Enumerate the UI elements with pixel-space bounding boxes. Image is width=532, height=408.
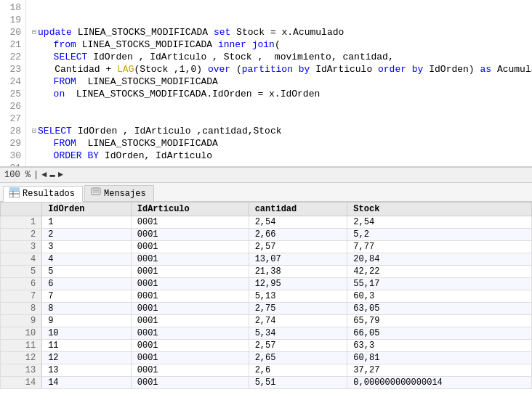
tab-mensajes[interactable]: Mensajes bbox=[84, 185, 154, 201]
cell-idorden: 3 bbox=[42, 241, 132, 253]
code-line bbox=[32, 1, 532, 14]
table-row[interactable]: 141400015,510,000000000000014 bbox=[1, 377, 532, 389]
cell-stock: 60,81 bbox=[347, 352, 532, 364]
cell-idarticulo: 0001 bbox=[131, 290, 249, 303]
code-line: on LINEA_STOCKS_MODIFICADA.IdOrden = x.I… bbox=[32, 88, 532, 100]
cell-idarticulo: 0001 bbox=[131, 266, 249, 278]
scroll-indicator: ▬ bbox=[49, 170, 55, 180]
cell-idorden: 4 bbox=[42, 253, 132, 266]
table-row[interactable]: 8800012,7563,05 bbox=[1, 303, 532, 315]
table-row[interactable]: 131300012,637,27 bbox=[1, 364, 532, 377]
table-row[interactable]: 101000015,3466,05 bbox=[1, 327, 532, 340]
cell-idarticulo: 0001 bbox=[131, 340, 249, 352]
code-editor: 181920212223242526272829303132 ⊟update L… bbox=[0, 0, 532, 167]
row-number: 1 bbox=[1, 216, 42, 229]
cell-cantidad: 2,65 bbox=[249, 352, 347, 364]
table-row[interactable]: 2200012,665,2 bbox=[1, 229, 532, 241]
cell-stock: 42,22 bbox=[347, 266, 532, 278]
cell-idarticulo: 0001 bbox=[131, 352, 249, 364]
scroll-left-icon[interactable]: ◄ bbox=[41, 170, 47, 180]
cell-cantidad: 2,57 bbox=[249, 340, 347, 352]
tab-label: Resultados bbox=[23, 189, 75, 199]
cell-idorden: 8 bbox=[42, 303, 132, 315]
cell-idorden: 13 bbox=[42, 364, 132, 377]
code-line: from LINEA_STOCKS_MODIFICADA inner join( bbox=[32, 38, 532, 51]
row-number: 13 bbox=[1, 364, 42, 377]
cell-idorden: 2 bbox=[42, 229, 132, 241]
row-number: 14 bbox=[1, 377, 42, 389]
cell-stock: 60,3 bbox=[347, 290, 532, 303]
cell-cantidad: 2,57 bbox=[249, 241, 347, 253]
row-number: 9 bbox=[1, 315, 42, 327]
cell-stock: 7,77 bbox=[347, 241, 532, 253]
results-container[interactable]: IdOrdenIdArticulocantidadStock 1100012,5… bbox=[0, 202, 532, 408]
cell-idorden: 5 bbox=[42, 266, 132, 278]
row-number: 11 bbox=[1, 340, 42, 352]
cell-cantidad: 2,66 bbox=[249, 229, 347, 241]
code-line: ⊟update LINEA_STOCKS_MODIFICADA set Stoc… bbox=[32, 26, 532, 38]
code-line: SELECT IdOrden , IdArticulo , Stock , mo… bbox=[32, 51, 532, 63]
scroll-right-icon[interactable]: ► bbox=[58, 170, 63, 180]
cell-stock: 63,05 bbox=[347, 303, 532, 315]
rownum-header bbox=[1, 203, 42, 216]
cell-idorden: 1 bbox=[42, 216, 132, 229]
cell-stock: 66,05 bbox=[347, 327, 532, 340]
table-row[interactable]: 44000113,0720,84 bbox=[1, 253, 532, 266]
results-table: IdOrdenIdArticulocantidadStock 1100012,5… bbox=[0, 202, 532, 389]
fold-icon[interactable]: ⊟ bbox=[32, 125, 36, 137]
table-row[interactable]: 66000112,9555,17 bbox=[1, 278, 532, 290]
table-row[interactable]: 111100012,5763,3 bbox=[1, 340, 532, 352]
cell-cantidad: 5,34 bbox=[249, 327, 347, 340]
code-line: FROM LINEA_STOCKS_MODIFICADA bbox=[32, 137, 532, 150]
code-line bbox=[32, 162, 532, 166]
svg-rect-4 bbox=[9, 187, 20, 191]
cell-stock: 55,17 bbox=[347, 278, 532, 290]
table-row[interactable]: 7700015,1360,3 bbox=[1, 290, 532, 303]
cell-idarticulo: 0001 bbox=[131, 241, 249, 253]
tab-resultados[interactable]: Resultados bbox=[3, 186, 83, 202]
column-header-idorden: IdOrden bbox=[42, 203, 132, 216]
table-icon bbox=[9, 187, 20, 200]
cell-cantidad: 21,38 bbox=[249, 266, 347, 278]
line-numbers: 181920212223242526272829303132 bbox=[0, 0, 26, 166]
cell-stock: 0,000000000000014 bbox=[347, 377, 532, 389]
cell-idarticulo: 0001 bbox=[131, 377, 249, 389]
row-number: 8 bbox=[1, 303, 42, 315]
cell-cantidad: 13,07 bbox=[249, 253, 347, 266]
code-content[interactable]: ⊟update LINEA_STOCKS_MODIFICADA set Stoc… bbox=[26, 0, 532, 166]
cell-idarticulo: 0001 bbox=[131, 278, 249, 290]
cell-idorden: 14 bbox=[42, 377, 132, 389]
row-number: 2 bbox=[1, 229, 42, 241]
cell-idarticulo: 0001 bbox=[131, 216, 249, 229]
cell-cantidad: 2,75 bbox=[249, 303, 347, 315]
code-line: FROM LINEA_STOCKS_MODIFICADA bbox=[32, 76, 532, 88]
column-header-idarticulo: IdArticulo bbox=[131, 203, 249, 216]
cell-idarticulo: 0001 bbox=[131, 253, 249, 266]
cell-idarticulo: 0001 bbox=[131, 303, 249, 315]
column-header-cantidad: cantidad bbox=[249, 203, 347, 216]
cell-cantidad: 5,13 bbox=[249, 290, 347, 303]
cell-idarticulo: 0001 bbox=[131, 229, 249, 241]
code-line: ORDER BY IdOrden, IdArticulo bbox=[32, 150, 532, 162]
cell-cantidad: 2,74 bbox=[249, 315, 347, 327]
row-number: 7 bbox=[1, 290, 42, 303]
table-row[interactable]: 55000121,3842,22 bbox=[1, 266, 532, 278]
zoom-bar: 100 % | ◄ ▬ ► bbox=[0, 167, 532, 183]
table-row[interactable]: 9900012,7465,79 bbox=[1, 315, 532, 327]
cell-idarticulo: 0001 bbox=[131, 327, 249, 340]
message-icon bbox=[91, 187, 101, 200]
code-line bbox=[32, 14, 532, 26]
table-row[interactable]: 121200012,6560,81 bbox=[1, 352, 532, 364]
cell-idorden: 7 bbox=[42, 290, 132, 303]
cell-idarticulo: 0001 bbox=[131, 364, 249, 377]
cell-idorden: 6 bbox=[42, 278, 132, 290]
cell-idarticulo: 0001 bbox=[131, 315, 249, 327]
table-row[interactable]: 1100012,542,54 bbox=[1, 216, 532, 229]
row-number: 3 bbox=[1, 241, 42, 253]
table-row[interactable]: 3300012,577,77 bbox=[1, 241, 532, 253]
cell-idorden: 11 bbox=[42, 340, 132, 352]
fold-icon[interactable]: ⊟ bbox=[32, 26, 36, 38]
row-number: 6 bbox=[1, 278, 42, 290]
code-line bbox=[32, 100, 532, 113]
tab-label: Mensajes bbox=[104, 189, 146, 199]
